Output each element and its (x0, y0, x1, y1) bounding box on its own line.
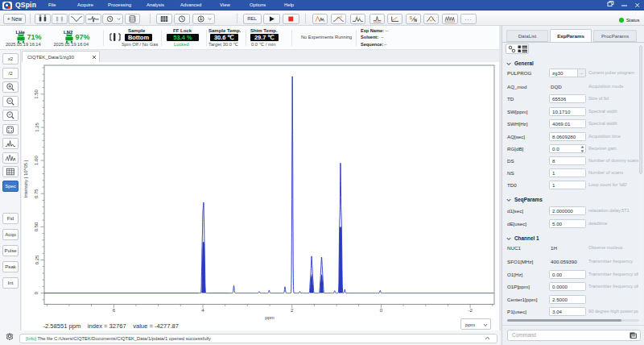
svg-text:4: 4 (201, 308, 204, 313)
svg-text:0: 0 (35, 291, 39, 294)
svg-text:-2: -2 (468, 308, 473, 313)
svg-text:1.25: 1.25 (35, 123, 39, 132)
svg-text:0.25: 0.25 (35, 255, 39, 264)
svg-text:0: 0 (380, 308, 383, 313)
svg-text:N: N (414, 18, 417, 23)
svg-text:Intensity [ 10^05 ]: Intensity [ 10^05 ] (23, 160, 28, 197)
svg-text:2: 2 (291, 308, 294, 313)
svg-text:0.50: 0.50 (35, 222, 39, 231)
svg-text:6: 6 (113, 308, 116, 313)
svg-text:S: S (409, 15, 412, 19)
svg-text:1.50: 1.50 (35, 89, 39, 98)
svg-text:0: 0 (341, 15, 342, 19)
svg-text:0.75: 0.75 (35, 189, 39, 198)
svg-text:ppm: ppm (265, 315, 275, 320)
svg-text:1.00: 1.00 (35, 156, 39, 165)
